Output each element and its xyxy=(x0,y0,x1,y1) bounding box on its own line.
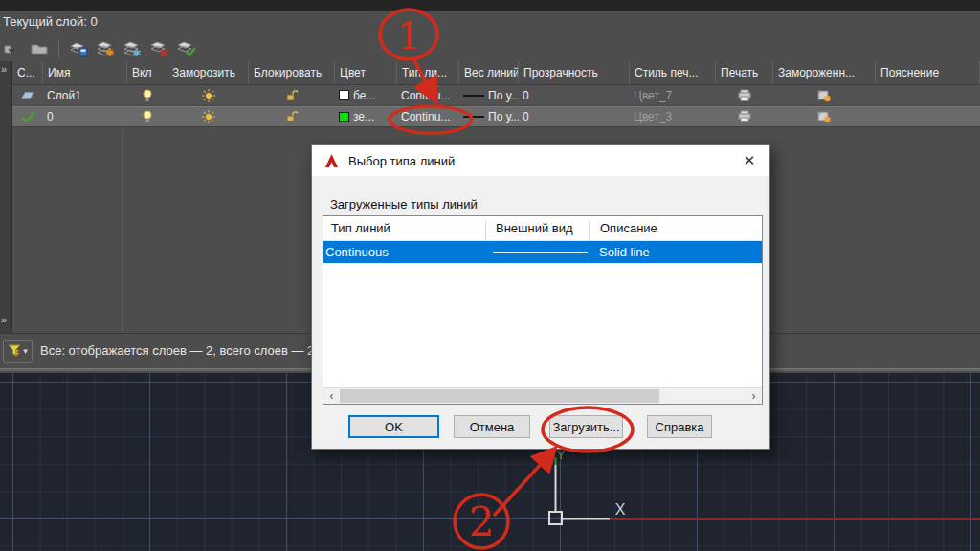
col-lock[interactable]: Блокировать xyxy=(249,61,335,85)
bulb-on-icon[interactable] xyxy=(127,106,167,127)
lineweight-cell[interactable]: По у... xyxy=(459,85,519,106)
linetype-appearance-sample xyxy=(493,252,588,253)
layer-count-status: Все: отображается слоев — 2, всего слоев… xyxy=(40,343,314,358)
scrollbar-thumb[interactable] xyxy=(340,389,659,403)
current-layer-check-icon xyxy=(12,106,43,127)
linetype-name: Continuous xyxy=(325,245,389,259)
col-linetype-name: Тип линий xyxy=(331,221,390,235)
toolbar-separator xyxy=(58,40,59,57)
new-layer-icon[interactable] xyxy=(95,39,116,58)
unlock-icon[interactable] xyxy=(249,85,335,106)
col-description: Описание xyxy=(600,221,657,235)
lineweight-sample xyxy=(463,116,484,118)
step1-circle xyxy=(380,10,437,59)
lineweight-label: По у... xyxy=(488,89,519,102)
overflow-chevron-bottom[interactable]: » xyxy=(1,315,7,325)
layer-name[interactable]: Слой1 xyxy=(43,85,127,106)
color-label: зе... xyxy=(353,110,374,123)
col-lineweight[interactable]: Вес линий xyxy=(459,61,519,85)
current-layer-label: Текущий слой: 0 xyxy=(3,14,98,29)
linetype-row-continuous[interactable]: Continuous Solid line xyxy=(323,241,762,263)
layer-status-icon xyxy=(12,85,43,106)
ucs-origin-box xyxy=(549,512,562,524)
vp-freeze-icon[interactable] xyxy=(773,85,876,106)
linetype-cell[interactable]: Continu... xyxy=(397,85,459,106)
linetype-list: Тип линий Внешний вид Описание Continuou… xyxy=(323,215,763,405)
close-icon[interactable]: ✕ xyxy=(737,150,762,171)
lineweight-label: По у... xyxy=(488,110,519,123)
col-transparency[interactable]: Прозрачность xyxy=(519,61,630,85)
plot-style-cell: Цвет_7 xyxy=(630,85,716,106)
sun-thawed-icon[interactable] xyxy=(167,85,249,106)
layer-states-dropdown-icon[interactable] xyxy=(2,39,23,58)
layer-row-0-current[interactable]: 0 зе... Continu... По у... 0 Цвет_3 xyxy=(12,106,980,127)
layer-row-sloy1[interactable]: Слой1 бе... Continu... По у... 0 Цвет_7 xyxy=(12,85,980,106)
ucs-y-label: Y xyxy=(557,448,566,462)
filter-dropdown-arrow: ▾ xyxy=(23,346,28,356)
overflow-chevron-top[interactable]: » xyxy=(1,64,7,75)
layer-filter-button[interactable]: ▾ xyxy=(3,340,33,363)
plot-style-cell: Цвет_3 xyxy=(630,106,716,127)
horizontal-scrollbar[interactable]: ‹ › xyxy=(323,387,762,404)
color-cell[interactable]: зе... xyxy=(335,106,397,127)
col-plot-style[interactable]: Стиль печ... xyxy=(630,61,716,85)
new-layer-vp-frozen-icon[interactable] xyxy=(122,39,143,58)
col-color[interactable]: Цвет xyxy=(335,61,397,85)
set-current-layer-icon[interactable] xyxy=(175,39,196,58)
dialog-title: Выбор типа линий xyxy=(348,154,455,168)
layer-properties-icon[interactable] xyxy=(68,39,89,58)
lineweight-cell[interactable]: По у... xyxy=(459,106,519,127)
col-vp-freeze[interactable]: Замороженн... xyxy=(773,61,876,85)
autocad-window: Текущий слой: 0 » » С... Имя xyxy=(0,0,980,551)
color-swatch xyxy=(339,112,349,122)
layer-table-header: С... Имя Вкл Заморозить Блокировать Цвет… xyxy=(12,61,980,85)
lineweight-sample xyxy=(463,95,484,97)
col-plot[interactable]: Печать xyxy=(716,61,773,85)
col-freeze[interactable]: Заморозить xyxy=(167,61,249,85)
load-button[interactable]: Загрузить... xyxy=(549,415,623,438)
step1-number: 1 xyxy=(396,13,420,57)
transparency-cell[interactable]: 0 xyxy=(519,85,630,106)
autocad-logo-icon xyxy=(323,153,340,169)
help-button[interactable]: Справка xyxy=(647,415,712,438)
col-appearance: Внешний вид xyxy=(496,221,573,235)
select-linetype-dialog: Выбор типа линий ✕ Загруженные типы лини… xyxy=(311,144,770,450)
palette-collapsed-strip: » » xyxy=(0,61,12,333)
description-cell[interactable] xyxy=(876,106,980,127)
ucs-x-label: X xyxy=(615,501,626,518)
description-cell[interactable] xyxy=(876,85,980,106)
linetype-cell[interactable]: Continu... xyxy=(397,106,459,127)
dialog-titlebar[interactable]: Выбор типа линий ✕ xyxy=(312,145,769,176)
bulb-on-icon[interactable] xyxy=(127,85,167,106)
color-cell[interactable]: бе... xyxy=(335,85,397,106)
printer-icon[interactable] xyxy=(716,106,773,127)
col-on[interactable]: Вкл xyxy=(127,61,167,85)
scroll-right-icon[interactable]: › xyxy=(746,388,762,404)
layer-toolbar xyxy=(2,38,196,59)
col-status[interactable]: С... xyxy=(12,61,43,85)
col-description[interactable]: Пояснение xyxy=(876,61,980,85)
open-folder-icon[interactable] xyxy=(29,39,50,58)
scroll-left-icon[interactable]: ‹ xyxy=(323,388,340,404)
transparency-cell[interactable]: 0 xyxy=(519,106,630,127)
linetype-description: Solid line xyxy=(599,245,650,259)
sun-thawed-icon[interactable] xyxy=(167,106,249,127)
cancel-button[interactable]: Отмена xyxy=(454,415,530,438)
filter-funnel-icon xyxy=(8,344,21,358)
col-linetype[interactable]: Тип ли... xyxy=(397,61,459,85)
palette-top-edge xyxy=(0,0,980,11)
pane-divider xyxy=(122,128,123,333)
color-swatch xyxy=(339,90,349,100)
loaded-linetypes-label: Загруженные типы линий xyxy=(330,197,478,211)
col-name[interactable]: Имя xyxy=(43,61,127,85)
layer-table: С... Имя Вкл Заморозить Блокировать Цвет… xyxy=(12,61,980,127)
vp-freeze-icon[interactable] xyxy=(773,106,876,127)
unlock-icon[interactable] xyxy=(249,106,335,127)
color-label: бе... xyxy=(353,89,375,102)
ok-button[interactable]: OK xyxy=(348,415,439,438)
layer-name[interactable]: 0 xyxy=(43,106,127,127)
delete-layer-icon[interactable] xyxy=(148,39,169,58)
printer-icon[interactable] xyxy=(716,85,773,106)
linetype-list-header: Тип линий Внешний вид Описание xyxy=(323,216,762,241)
